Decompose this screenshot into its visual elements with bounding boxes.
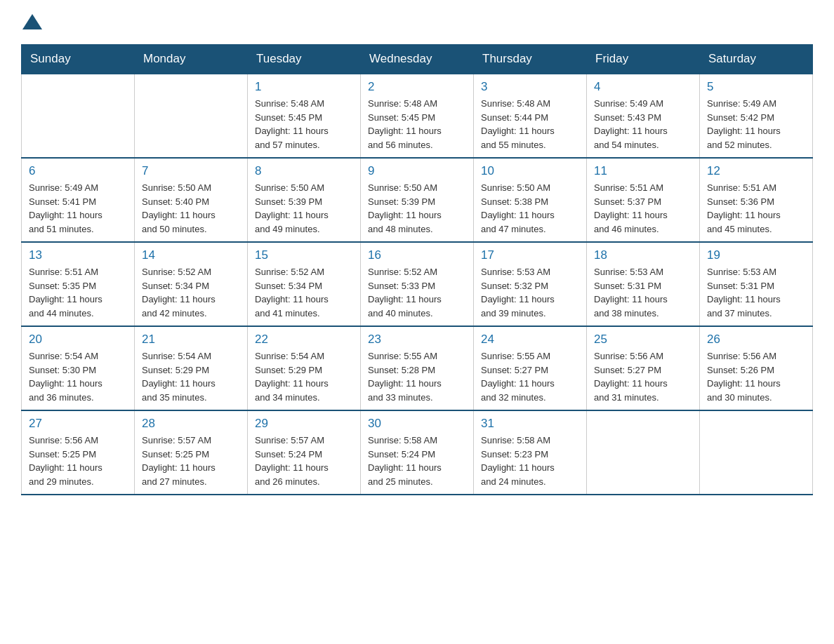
calendar-week-row: 27Sunrise: 5:56 AMSunset: 5:25 PMDayligh… — [22, 410, 813, 495]
calendar-cell: 30Sunrise: 5:58 AMSunset: 5:24 PMDayligh… — [361, 410, 474, 495]
day-number: 23 — [368, 333, 466, 347]
day-number: 20 — [29, 333, 127, 347]
day-number: 16 — [368, 248, 466, 262]
calendar-cell: 15Sunrise: 5:52 AMSunset: 5:34 PMDayligh… — [248, 242, 361, 326]
day-number: 3 — [481, 80, 579, 94]
day-info: Sunrise: 5:50 AMSunset: 5:40 PMDaylight:… — [142, 181, 240, 236]
calendar-table: SundayMondayTuesdayWednesdayThursdayFrid… — [21, 44, 813, 495]
day-number: 18 — [594, 248, 692, 262]
day-number: 22 — [255, 333, 353, 347]
calendar-week-row: 1Sunrise: 5:48 AMSunset: 5:45 PMDaylight… — [22, 74, 813, 158]
day-info: Sunrise: 5:49 AMSunset: 5:42 PMDaylight:… — [707, 97, 805, 152]
calendar-cell: 20Sunrise: 5:54 AMSunset: 5:30 PMDayligh… — [22, 326, 135, 410]
day-number: 2 — [368, 80, 466, 94]
calendar-header-sunday: Sunday — [22, 45, 135, 74]
calendar-cell: 14Sunrise: 5:52 AMSunset: 5:34 PMDayligh… — [135, 242, 248, 326]
calendar-header-row: SundayMondayTuesdayWednesdayThursdayFrid… — [22, 45, 813, 74]
calendar-cell: 4Sunrise: 5:49 AMSunset: 5:43 PMDaylight… — [587, 74, 700, 158]
day-info: Sunrise: 5:50 AMSunset: 5:38 PMDaylight:… — [481, 181, 579, 236]
day-number: 5 — [707, 80, 805, 94]
day-number: 9 — [368, 164, 466, 178]
day-number: 29 — [255, 417, 353, 431]
calendar-header-thursday: Thursday — [474, 45, 587, 74]
day-info: Sunrise: 5:57 AMSunset: 5:25 PMDaylight:… — [142, 434, 240, 488]
calendar-cell: 23Sunrise: 5:55 AMSunset: 5:28 PMDayligh… — [361, 326, 474, 410]
logo-block — [21, 14, 42, 34]
calendar-cell: 26Sunrise: 5:56 AMSunset: 5:26 PMDayligh… — [700, 326, 813, 410]
day-info: Sunrise: 5:52 AMSunset: 5:34 PMDaylight:… — [142, 265, 240, 320]
day-number: 7 — [142, 164, 240, 178]
calendar-header-tuesday: Tuesday — [248, 45, 361, 74]
day-info: Sunrise: 5:52 AMSunset: 5:33 PMDaylight:… — [368, 265, 466, 320]
day-number: 26 — [707, 333, 805, 347]
day-info: Sunrise: 5:56 AMSunset: 5:26 PMDaylight:… — [707, 349, 805, 404]
day-number: 28 — [142, 417, 240, 431]
calendar-cell: 19Sunrise: 5:53 AMSunset: 5:31 PMDayligh… — [700, 242, 813, 326]
day-info: Sunrise: 5:49 AMSunset: 5:41 PMDaylight:… — [29, 181, 127, 236]
calendar-cell: 10Sunrise: 5:50 AMSunset: 5:38 PMDayligh… — [474, 158, 587, 242]
day-info: Sunrise: 5:50 AMSunset: 5:39 PMDaylight:… — [368, 181, 466, 236]
calendar-cell: 16Sunrise: 5:52 AMSunset: 5:33 PMDayligh… — [361, 242, 474, 326]
calendar-cell — [22, 74, 135, 158]
calendar-cell: 27Sunrise: 5:56 AMSunset: 5:25 PMDayligh… — [22, 410, 135, 495]
day-number: 1 — [255, 80, 353, 94]
day-number: 24 — [481, 333, 579, 347]
calendar-cell: 5Sunrise: 5:49 AMSunset: 5:42 PMDaylight… — [700, 74, 813, 158]
day-info: Sunrise: 5:55 AMSunset: 5:28 PMDaylight:… — [368, 349, 466, 404]
calendar-cell: 18Sunrise: 5:53 AMSunset: 5:31 PMDayligh… — [587, 242, 700, 326]
calendar-header-monday: Monday — [135, 45, 248, 74]
calendar-cell: 2Sunrise: 5:48 AMSunset: 5:45 PMDaylight… — [361, 74, 474, 158]
logo-triangle-icon — [22, 14, 42, 29]
calendar-cell: 6Sunrise: 5:49 AMSunset: 5:41 PMDaylight… — [22, 158, 135, 242]
day-number: 14 — [142, 248, 240, 262]
day-info: Sunrise: 5:48 AMSunset: 5:45 PMDaylight:… — [255, 97, 353, 152]
day-number: 13 — [29, 248, 127, 262]
day-number: 15 — [255, 248, 353, 262]
day-number: 11 — [594, 164, 692, 178]
day-info: Sunrise: 5:56 AMSunset: 5:25 PMDaylight:… — [29, 434, 127, 488]
calendar-cell: 1Sunrise: 5:48 AMSunset: 5:45 PMDaylight… — [248, 74, 361, 158]
calendar-header-saturday: Saturday — [700, 45, 813, 74]
logo — [21, 14, 42, 34]
calendar-cell — [135, 74, 248, 158]
day-info: Sunrise: 5:54 AMSunset: 5:29 PMDaylight:… — [255, 349, 353, 404]
day-number: 30 — [368, 417, 466, 431]
calendar-cell: 7Sunrise: 5:50 AMSunset: 5:40 PMDaylight… — [135, 158, 248, 242]
calendar-cell — [700, 410, 813, 495]
day-info: Sunrise: 5:56 AMSunset: 5:27 PMDaylight:… — [594, 349, 692, 404]
calendar-cell: 31Sunrise: 5:58 AMSunset: 5:23 PMDayligh… — [474, 410, 587, 495]
calendar-cell: 12Sunrise: 5:51 AMSunset: 5:36 PMDayligh… — [700, 158, 813, 242]
page-header — [21, 14, 813, 34]
calendar-week-row: 6Sunrise: 5:49 AMSunset: 5:41 PMDaylight… — [22, 158, 813, 242]
day-number: 25 — [594, 333, 692, 347]
calendar-cell: 13Sunrise: 5:51 AMSunset: 5:35 PMDayligh… — [22, 242, 135, 326]
calendar-cell: 25Sunrise: 5:56 AMSunset: 5:27 PMDayligh… — [587, 326, 700, 410]
day-number: 12 — [707, 164, 805, 178]
calendar-cell: 17Sunrise: 5:53 AMSunset: 5:32 PMDayligh… — [474, 242, 587, 326]
calendar-week-row: 13Sunrise: 5:51 AMSunset: 5:35 PMDayligh… — [22, 242, 813, 326]
day-number: 8 — [255, 164, 353, 178]
day-info: Sunrise: 5:50 AMSunset: 5:39 PMDaylight:… — [255, 181, 353, 236]
day-info: Sunrise: 5:54 AMSunset: 5:29 PMDaylight:… — [142, 349, 240, 404]
day-info: Sunrise: 5:55 AMSunset: 5:27 PMDaylight:… — [481, 349, 579, 404]
calendar-header-friday: Friday — [587, 45, 700, 74]
day-number: 6 — [29, 164, 127, 178]
day-info: Sunrise: 5:53 AMSunset: 5:31 PMDaylight:… — [707, 265, 805, 320]
calendar-week-row: 20Sunrise: 5:54 AMSunset: 5:30 PMDayligh… — [22, 326, 813, 410]
day-info: Sunrise: 5:51 AMSunset: 5:37 PMDaylight:… — [594, 181, 692, 236]
day-number: 10 — [481, 164, 579, 178]
day-info: Sunrise: 5:52 AMSunset: 5:34 PMDaylight:… — [255, 265, 353, 320]
day-info: Sunrise: 5:57 AMSunset: 5:24 PMDaylight:… — [255, 434, 353, 488]
calendar-cell: 29Sunrise: 5:57 AMSunset: 5:24 PMDayligh… — [248, 410, 361, 495]
day-number: 17 — [481, 248, 579, 262]
day-number: 21 — [142, 333, 240, 347]
calendar-cell: 21Sunrise: 5:54 AMSunset: 5:29 PMDayligh… — [135, 326, 248, 410]
day-info: Sunrise: 5:48 AMSunset: 5:44 PMDaylight:… — [481, 97, 579, 152]
calendar-cell: 24Sunrise: 5:55 AMSunset: 5:27 PMDayligh… — [474, 326, 587, 410]
calendar-cell: 22Sunrise: 5:54 AMSunset: 5:29 PMDayligh… — [248, 326, 361, 410]
day-number: 27 — [29, 417, 127, 431]
calendar-cell: 11Sunrise: 5:51 AMSunset: 5:37 PMDayligh… — [587, 158, 700, 242]
day-info: Sunrise: 5:51 AMSunset: 5:35 PMDaylight:… — [29, 265, 127, 320]
calendar-header-wednesday: Wednesday — [361, 45, 474, 74]
calendar-cell: 3Sunrise: 5:48 AMSunset: 5:44 PMDaylight… — [474, 74, 587, 158]
